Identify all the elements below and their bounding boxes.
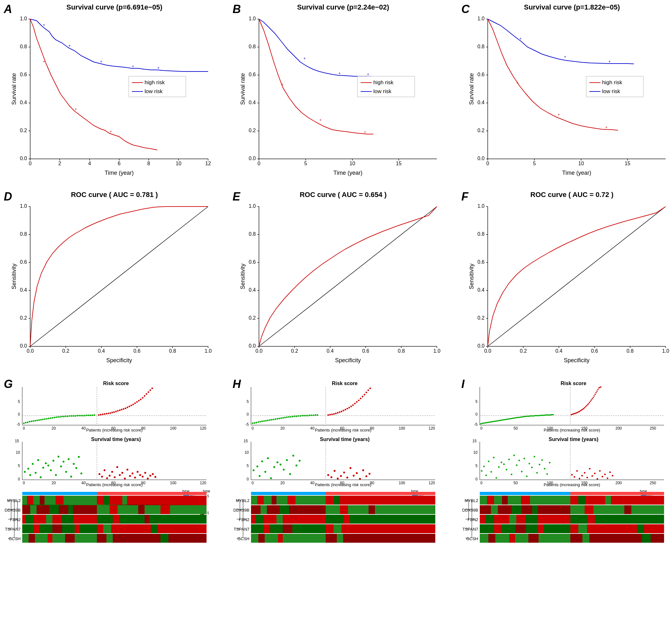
- svg-point-274: [151, 388, 153, 389]
- svg-text:0: 0: [258, 161, 261, 166]
- svg-point-746: [589, 468, 591, 470]
- svg-text:0.2: 0.2: [249, 315, 256, 320]
- svg-text:TSPAN7: TSPAN7: [5, 527, 21, 532]
- svg-text:Survival rate: Survival rate: [240, 73, 246, 105]
- svg-point-419: [252, 423, 254, 424]
- svg-point-308: [68, 458, 70, 460]
- svg-line-141: [30, 207, 208, 346]
- svg-point-507: [295, 464, 297, 466]
- svg-point-493: [253, 469, 255, 471]
- svg-point-718: [498, 466, 500, 468]
- svg-text:20: 20: [280, 481, 285, 485]
- svg-point-727: [521, 471, 523, 473]
- svg-text:5: 5: [18, 463, 20, 468]
- svg-text:FBN2: FBN2: [10, 517, 21, 522]
- svg-point-326: [129, 475, 131, 477]
- svg-point-681: [587, 404, 588, 405]
- svg-point-429: [271, 419, 272, 421]
- svg-text:0.4: 0.4: [249, 100, 256, 105]
- svg-text:0.8: 0.8: [478, 231, 484, 237]
- svg-point-717: [496, 477, 497, 479]
- panel-G: G Risk score -5 0 5: [0, 375, 229, 625]
- svg-text:250: 250: [650, 481, 656, 485]
- svg-text:0: 0: [23, 481, 25, 485]
- svg-point-440: [292, 416, 294, 417]
- svg-rect-380: [22, 515, 97, 524]
- roc-curve-E: 0.0 0.2 0.4 0.6 0.8 1.0 0.0 0.2 0.4 0.6 …: [240, 200, 456, 368]
- svg-text:Sensitivity: Sensitivity: [11, 263, 17, 289]
- svg-rect-551: [261, 505, 267, 514]
- panel-label-H: H: [233, 378, 241, 391]
- svg-point-441: [294, 416, 295, 417]
- svg-point-741: [576, 470, 578, 472]
- svg-point-445: [302, 415, 303, 416]
- svg-text:100: 100: [399, 426, 405, 431]
- svg-text:0.4: 0.4: [327, 348, 334, 354]
- svg-rect-375: [49, 505, 59, 514]
- svg-text:0.4: 0.4: [555, 348, 562, 354]
- panel-label-E: E: [233, 190, 240, 203]
- svg-text:60: 60: [340, 426, 344, 431]
- svg-rect-806: [528, 534, 538, 543]
- svg-point-469: [356, 401, 358, 403]
- svg-point-238: [80, 415, 82, 416]
- svg-point-714: [488, 461, 489, 462]
- svg-text:Time (year): Time (year): [104, 170, 134, 176]
- svg-text:40: 40: [310, 426, 315, 431]
- svg-text:0.0: 0.0: [249, 156, 256, 161]
- svg-text:Risk score: Risk score: [103, 381, 129, 386]
- svg-point-683: [589, 402, 590, 403]
- svg-text:0.2: 0.2: [520, 348, 527, 354]
- panel-I: I Risk score -5 0 5: [458, 375, 672, 625]
- svg-rect-356: [97, 492, 207, 495]
- svg-text:0.4: 0.4: [98, 348, 105, 354]
- svg-point-497: [264, 471, 266, 473]
- svg-point-730: [529, 463, 530, 464]
- svg-point-336: [154, 476, 156, 478]
- svg-rect-398: [65, 534, 75, 543]
- svg-point-244: [92, 415, 93, 416]
- svg-text:0: 0: [475, 477, 478, 481]
- svg-text:0.0: 0.0: [256, 348, 262, 354]
- svg-point-208: [23, 423, 25, 424]
- svg-text:0: 0: [251, 481, 254, 485]
- svg-point-219: [44, 418, 46, 420]
- svg-text:1.0: 1.0: [478, 203, 484, 209]
- svg-point-262: [129, 406, 130, 407]
- svg-point-313: [80, 473, 82, 474]
- svg-text:0: 0: [29, 161, 32, 166]
- panel-label-B: B: [233, 3, 241, 16]
- svg-text:GCSH: GCSH: [8, 536, 21, 541]
- svg-text:0: 0: [23, 426, 25, 431]
- svg-point-422: [258, 421, 259, 423]
- svg-point-500: [273, 466, 275, 468]
- svg-text:5: 5: [475, 400, 478, 404]
- svg-point-265: [135, 403, 136, 404]
- svg-point-324: [124, 478, 126, 479]
- svg-point-241: [86, 415, 88, 416]
- svg-point-464: [346, 408, 348, 410]
- svg-point-309: [70, 476, 72, 478]
- svg-rect-371: [122, 496, 127, 505]
- roc-curve-F: 0.0 0.2 0.4 0.6 0.8 1.0 0.0 0.2 0.4 0.6 …: [469, 200, 672, 368]
- svg-rect-556: [326, 515, 435, 524]
- svg-text:Sensitivity: Sensitivity: [240, 263, 246, 289]
- svg-point-209: [25, 422, 27, 424]
- svg-point-271: [146, 393, 147, 395]
- svg-text:+: +: [132, 64, 134, 69]
- svg-text:120: 120: [200, 481, 206, 485]
- svg-point-251: [108, 413, 109, 414]
- svg-point-236: [77, 415, 78, 416]
- svg-point-716: [493, 457, 495, 458]
- svg-text:60: 60: [111, 481, 116, 485]
- panel-D: D ROC curve ( AUC = 0.781 ) 0.0 0.2 0.4 …: [0, 188, 229, 375]
- svg-text:low risk: low risk: [373, 88, 391, 94]
- svg-point-321: [116, 466, 118, 468]
- svg-point-745: [586, 477, 588, 479]
- svg-text:15: 15: [244, 439, 248, 443]
- svg-point-255: [115, 411, 117, 412]
- svg-point-319: [111, 471, 113, 473]
- svg-text:1.0: 1.0: [433, 348, 440, 354]
- svg-text:12: 12: [205, 161, 211, 166]
- svg-text:+: +: [281, 82, 283, 87]
